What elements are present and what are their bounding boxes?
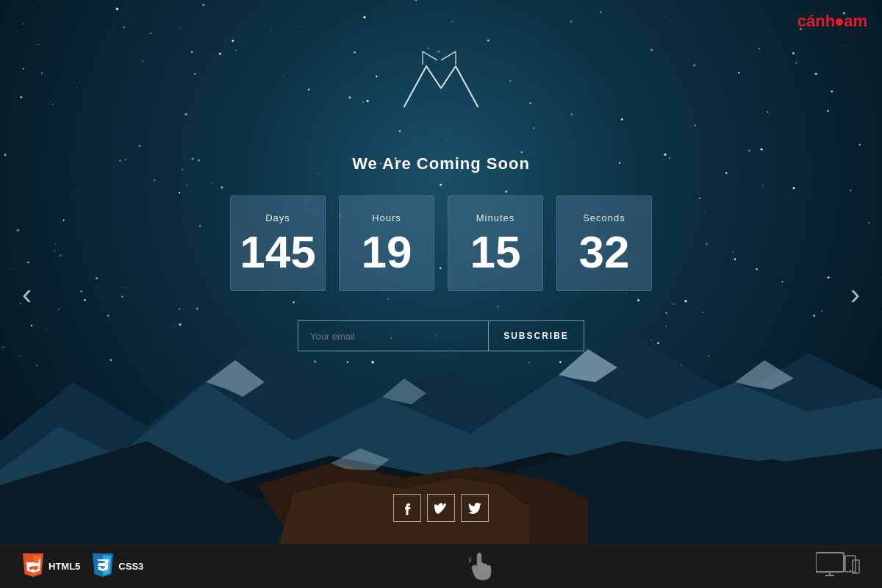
watermark: cánham xyxy=(797,12,867,31)
countdown-days: Days 145 xyxy=(230,196,326,291)
svg-line-13 xyxy=(423,51,437,60)
hours-label: Hours xyxy=(372,212,401,223)
days-label: Days xyxy=(265,212,290,223)
responsive-icon xyxy=(816,551,860,581)
subscribe-button[interactable]: SUBSCRIBE xyxy=(489,320,584,351)
hours-value: 19 xyxy=(362,229,412,275)
minutes-value: 15 xyxy=(470,229,521,275)
countdown-minutes: Minutes 15 xyxy=(448,196,543,291)
minutes-label: Minutes xyxy=(476,212,515,223)
svg-point-28 xyxy=(850,570,851,571)
countdown-container: Days 145 Hours 19 Minutes 15 Seconds 32 xyxy=(230,196,652,291)
css3-shield-icon xyxy=(92,553,114,578)
logo-icon xyxy=(397,44,485,118)
social-icons-row xyxy=(393,494,489,522)
subscribe-row: SUBSCRIBE xyxy=(298,320,584,351)
svg-rect-23 xyxy=(816,553,844,572)
twitter-icon[interactable] xyxy=(461,494,489,522)
headline: We Are Coming Soon xyxy=(352,154,530,173)
svg-rect-27 xyxy=(845,556,856,572)
countdown-seconds: Seconds 32 xyxy=(556,196,652,291)
touch-icon xyxy=(468,551,492,581)
footer-left: HTML5 CSS3 xyxy=(22,553,143,578)
countdown-hours: Hours 19 xyxy=(339,196,434,291)
email-input[interactable] xyxy=(298,320,489,351)
footer-center xyxy=(468,551,492,581)
svg-point-30 xyxy=(856,571,857,573)
next-arrow[interactable]: › xyxy=(850,279,860,309)
days-value: 145 xyxy=(240,229,315,275)
css3-badge: CSS3 xyxy=(92,553,143,578)
css3-label: CSS3 xyxy=(118,561,143,572)
prev-arrow[interactable]: ‹ xyxy=(22,279,32,309)
footer-right xyxy=(816,551,860,581)
main-content: We Are Coming Soon Days 145 Hours 19 Min… xyxy=(0,0,882,544)
footer-bar: HTML5 CSS3 xyxy=(0,544,882,588)
facebook-icon[interactable] xyxy=(393,494,421,522)
svg-line-15 xyxy=(441,51,456,60)
html5-badge: HTML5 xyxy=(22,553,80,578)
seconds-label: Seconds xyxy=(583,212,625,223)
seconds-value: 32 xyxy=(579,229,630,275)
html5-label: HTML5 xyxy=(49,561,80,572)
vimeo-icon[interactable] xyxy=(427,494,455,522)
html5-shield-icon xyxy=(22,553,44,578)
